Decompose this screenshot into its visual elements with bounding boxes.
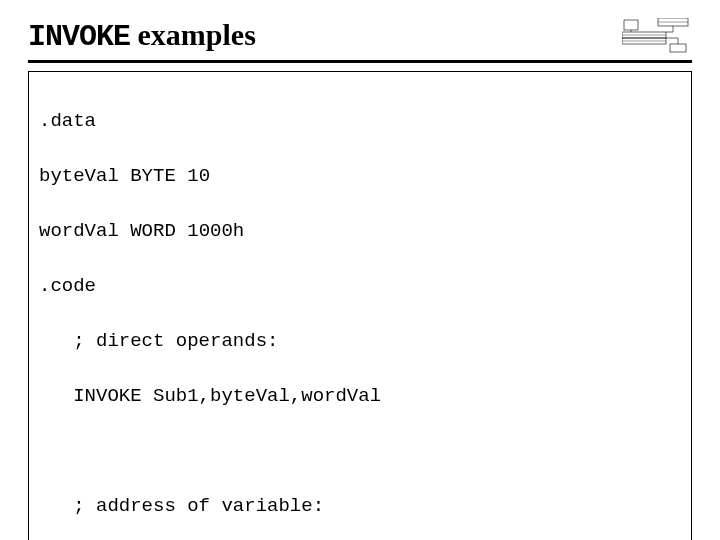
code-line: .code <box>39 273 681 301</box>
title-mono: INVOKE <box>28 20 130 54</box>
slide-header: INVOKE examples <box>28 18 692 63</box>
code-line: .data <box>39 108 681 136</box>
blank-line <box>39 438 681 466</box>
svg-rect-0 <box>624 20 638 30</box>
code-block: .data byteVal BYTE 10 wordVal WORD 1000h… <box>28 71 692 540</box>
code-line: ; direct operands: <box>39 328 681 356</box>
code-line: ; address of variable: <box>39 493 681 521</box>
title-rest: examples <box>130 18 256 51</box>
code-line: INVOKE Sub1,byteVal,wordVal <box>39 383 681 411</box>
page-title: INVOKE examples <box>28 18 256 54</box>
svg-rect-10 <box>670 44 686 52</box>
code-line: byteVal BYTE 10 <box>39 163 681 191</box>
computer-diagram-icon <box>622 18 692 54</box>
code-line: wordVal WORD 1000h <box>39 218 681 246</box>
